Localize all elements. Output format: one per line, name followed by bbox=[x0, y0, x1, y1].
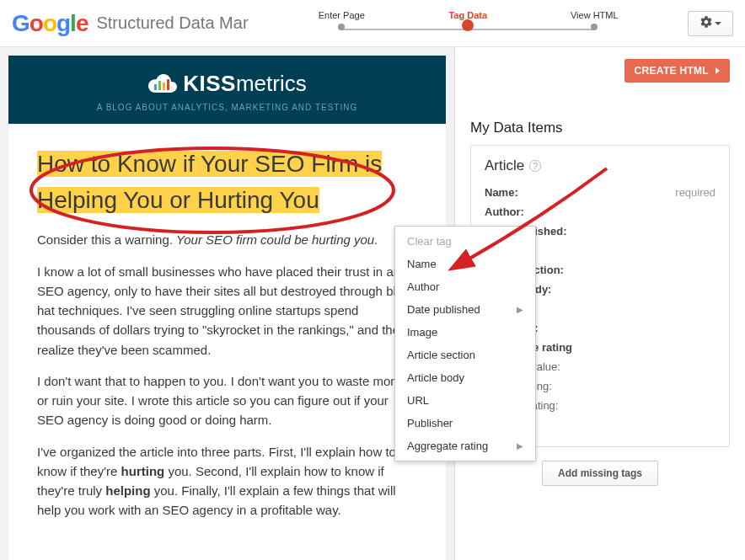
tag-context-menu: Clear tag NameAuthorDate published▶Image… bbox=[394, 226, 536, 461]
menu-item-date-published[interactable]: Date published▶ bbox=[395, 298, 535, 321]
step-view-html[interactable]: View HTML bbox=[552, 10, 636, 32]
brand-tagline: A BLOG ABOUT ANALYTICS, MARKETING AND TE… bbox=[17, 103, 437, 112]
step-enter-page[interactable]: Enter Page bbox=[299, 10, 383, 32]
cloud-chart-icon bbox=[147, 73, 178, 95]
article-intro[interactable]: Consider this a warning. Your SEO firm c… bbox=[37, 230, 417, 249]
google-logo: Google bbox=[12, 10, 88, 37]
help-icon[interactable]: ? bbox=[529, 160, 541, 172]
menu-item-aggregate-rating[interactable]: Aggregate rating▶ bbox=[395, 435, 535, 457]
menu-item-article-body[interactable]: Article body bbox=[395, 366, 535, 389]
svg-rect-0 bbox=[154, 84, 157, 90]
menu-item-image[interactable]: Image bbox=[395, 321, 535, 344]
menu-item-publisher[interactable]: Publisher bbox=[395, 412, 535, 435]
section-title: My Data Items bbox=[470, 83, 730, 136]
svg-rect-2 bbox=[163, 83, 165, 90]
field-row[interactable]: Name:required bbox=[485, 183, 716, 202]
app-header: Google Structured Data Mar Enter Page Ta… bbox=[0, 0, 745, 47]
menu-item-author[interactable]: Author bbox=[395, 275, 535, 298]
article-content[interactable]: How to Know if Your SEO Firm is Helping … bbox=[8, 124, 446, 542]
create-html-button[interactable]: CREATE HTML bbox=[624, 59, 730, 83]
step-tag-data[interactable]: Tag Data bbox=[426, 10, 510, 35]
progress-stepper: Enter Page Tag Data View HTML bbox=[249, 7, 688, 40]
svg-rect-3 bbox=[167, 79, 169, 90]
menu-item-name[interactable]: Name bbox=[395, 253, 535, 275]
chevron-right-icon bbox=[716, 67, 720, 74]
article-p4[interactable]: I've organized the article into three pa… bbox=[37, 442, 417, 520]
menu-item-article-section[interactable]: Article section bbox=[395, 344, 535, 366]
settings-button[interactable] bbox=[688, 11, 733, 36]
tool-name: Structured Data Mar bbox=[96, 13, 248, 33]
brand-metrics: metrics bbox=[236, 71, 307, 96]
article-title[interactable]: How to Know if Your SEO Firm is Helping … bbox=[37, 151, 382, 213]
brand-kiss: KISS bbox=[183, 71, 236, 96]
menu-clear-tag: Clear tag bbox=[395, 230, 535, 253]
article-p3[interactable]: I don't want that to happen to you. I do… bbox=[37, 371, 417, 430]
add-missing-tags-button[interactable]: Add missing tags bbox=[542, 461, 658, 486]
field-row[interactable]: Author: bbox=[485, 202, 716, 221]
article-p2[interactable]: I know a lot of small businesses who hav… bbox=[37, 262, 417, 360]
svg-rect-1 bbox=[158, 81, 161, 90]
card-title: Article ? bbox=[485, 157, 716, 174]
gear-icon bbox=[699, 15, 713, 31]
menu-item-url[interactable]: URL bbox=[395, 389, 535, 412]
preview-site-header: KISSmetrics A BLOG ABOUT ANALYTICS, MARK… bbox=[8, 56, 446, 124]
page-preview[interactable]: KISSmetrics A BLOG ABOUT ANALYTICS, MARK… bbox=[0, 47, 455, 560]
chevron-down-icon bbox=[715, 22, 721, 25]
